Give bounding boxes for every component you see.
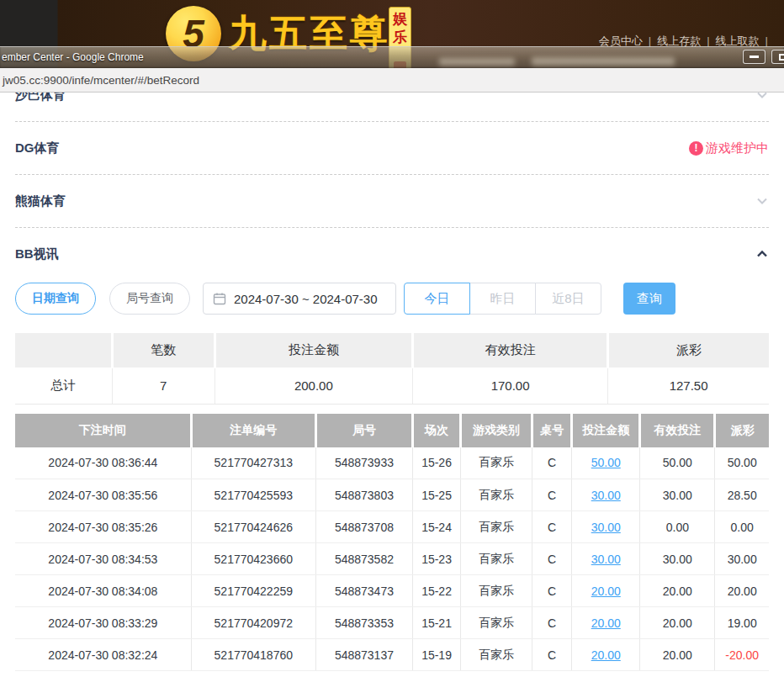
section-title: DG体育 (15, 140, 60, 156)
maximize-icon (779, 54, 784, 61)
date-query-button[interactable]: 日期查询 (15, 283, 96, 315)
bet-amount-link[interactable]: 20.00 (572, 575, 640, 607)
bet-cell: 百家乐 (461, 607, 532, 639)
bet-cell: C (532, 607, 572, 639)
bet-cell: 548873582 (315, 543, 412, 575)
bet-cell: 20.00 (640, 639, 715, 671)
window-controls (743, 50, 784, 64)
bet-cell: 521770420972 (191, 607, 315, 639)
bet-cell: 50.00 (640, 447, 715, 479)
bet-amount-link[interactable]: 30.00 (572, 543, 640, 575)
blurred-region (532, 57, 675, 66)
section-bb-video[interactable]: BB视讯 (15, 228, 769, 280)
quick-yesterday-button[interactable]: 昨日 (469, 283, 536, 315)
bet-cell: C (532, 447, 572, 479)
section-panda-sports[interactable]: 熊猫体育 (15, 175, 769, 227)
bet-cell: 0.00 (715, 511, 769, 543)
summary-value: 170.00 (413, 368, 608, 404)
window-titlebar[interactable]: ember Center - Google Chrome (0, 46, 784, 68)
bet-cell: 百家乐 (461, 639, 532, 671)
bet-cell: C (532, 543, 572, 575)
round-query-button[interactable]: 局号查询 (109, 283, 190, 315)
bet-col-header: 游戏类别 (461, 414, 532, 447)
section-title: BB视讯 (15, 246, 59, 262)
bet-cell: 28.50 (715, 479, 769, 511)
bet-amount-link[interactable]: 50.00 (572, 447, 640, 479)
bet-cell: 20.00 (715, 575, 769, 607)
table-row: 2024-07-30 08:35:56521770425593548873803… (15, 479, 769, 511)
bet-col-header: 投注金额 (572, 414, 640, 447)
quick-last8days-button[interactable]: 近8日 (535, 283, 601, 315)
table-row: 2024-07-30 08:36:44521770427313548873933… (15, 447, 769, 479)
bet-cell: 百家乐 (461, 511, 532, 543)
bet-record-table: 下注时间注单编号局号场次游戏类别桌号投注金额有效投注派彩 2024-07-30 … (15, 414, 769, 672)
nav-deposit[interactable]: 线上存款 (657, 34, 701, 47)
table-row: 2024-07-30 08:33:29521770420972548873353… (15, 607, 769, 639)
bet-col-header: 有效投注 (640, 414, 715, 447)
bet-amount-link[interactable]: 20.00 (572, 639, 640, 671)
bet-cell: 548873353 (315, 607, 412, 639)
chrome-popup-window: ember Center - Google Chrome jw05.cc:990… (0, 46, 784, 677)
date-range-input[interactable]: 2024-07-30 ~ 2024-07-30 (203, 283, 396, 315)
bet-cell: 20.00 (640, 575, 715, 607)
search-button[interactable]: 查询 (623, 283, 675, 315)
logo-badge-char: 乐 (393, 29, 407, 46)
bet-cell: 2024-07-30 08:32:24 (15, 639, 191, 671)
bet-cell: 2024-07-30 08:34:53 (15, 543, 191, 575)
date-range-value: 2024-07-30 ~ 2024-07-30 (234, 292, 378, 306)
chevron-up-icon (755, 247, 769, 261)
section-dg-sports[interactable]: DG体育 ! 游戏维护中 (15, 122, 769, 174)
bet-cell: 19.00 (715, 607, 769, 639)
exclamation-icon: ! (689, 141, 703, 156)
bet-cell: 548873803 (315, 479, 412, 511)
nav-member-center[interactable]: 会员中心 (599, 34, 643, 47)
bet-cell: 521770427313 (191, 447, 315, 479)
table-row: 2024-07-30 08:35:26521770424626548873708… (15, 511, 769, 543)
bet-cell: 0.00 (640, 511, 715, 543)
nav-withdraw[interactable]: 线上取款 (716, 34, 760, 47)
bet-cell: 15-25 (413, 479, 461, 511)
summary-col-header: 派彩 (608, 333, 769, 368)
calendar-icon (213, 292, 226, 305)
summary-value: 200.00 (215, 368, 412, 404)
bet-cell: C (532, 639, 572, 671)
filter-toolbar: 日期查询 局号查询 2024-07-30 ~ 2024-07-30 今日 昨日 … (15, 283, 769, 315)
blurred-region (439, 58, 515, 66)
bet-cell: 2024-07-30 08:36:44 (15, 447, 191, 479)
summary-col-header (15, 333, 112, 368)
minimize-button[interactable] (743, 50, 765, 64)
bet-cell: 521770418760 (191, 639, 315, 671)
bet-cell: 百家乐 (461, 479, 532, 511)
bet-cell: C (532, 511, 572, 543)
nav-separator: | (649, 34, 651, 47)
summary-total-row: 总计7200.00170.00127.50 (15, 368, 769, 404)
section-title: 沙巴体育 (15, 93, 66, 103)
bet-amount-link[interactable]: 20.00 (572, 607, 640, 639)
bet-cell: 30.00 (640, 479, 715, 511)
table-row: 2024-07-30 08:34:53521770423660548873582… (15, 543, 769, 575)
maximize-button[interactable] (771, 50, 784, 64)
section-shaba-sports[interactable]: 沙巴体育 (15, 93, 769, 121)
nav-separator: | (707, 34, 709, 47)
bet-col-header: 局号 (315, 414, 412, 447)
chevron-down-icon (755, 93, 769, 102)
summary-value: 7 (112, 368, 215, 404)
summary-col-header: 投注金额 (215, 333, 412, 368)
bet-cell: 521770422259 (191, 575, 315, 607)
bet-amount-link[interactable]: 30.00 (572, 511, 640, 543)
section-title: 熊猫体育 (15, 193, 66, 209)
bet-cell: 521770423660 (191, 543, 315, 575)
table-row: 2024-07-30 08:34:08521770422259548873473… (15, 575, 769, 607)
bet-amount-link[interactable]: 30.00 (572, 479, 640, 511)
bet-cell: C (532, 479, 572, 511)
quick-range-group: 今日 昨日 近8日 (404, 283, 601, 315)
address-bar[interactable]: jw05.cc:9900/infe/mcenter/#/betRecord (0, 68, 784, 93)
bet-cell: 30.00 (715, 543, 769, 575)
logo-badge-char: 娱 (393, 11, 407, 28)
quick-today-button[interactable]: 今日 (404, 283, 470, 315)
bet-cell: 2024-07-30 08:34:08 (15, 575, 191, 607)
bet-col-header: 派彩 (715, 414, 769, 447)
window-title: ember Center - Google Chrome (2, 51, 144, 63)
bet-col-header: 场次 (413, 414, 461, 447)
bet-header-row: 下注时间注单编号局号场次游戏类别桌号投注金额有效投注派彩 (15, 414, 769, 447)
